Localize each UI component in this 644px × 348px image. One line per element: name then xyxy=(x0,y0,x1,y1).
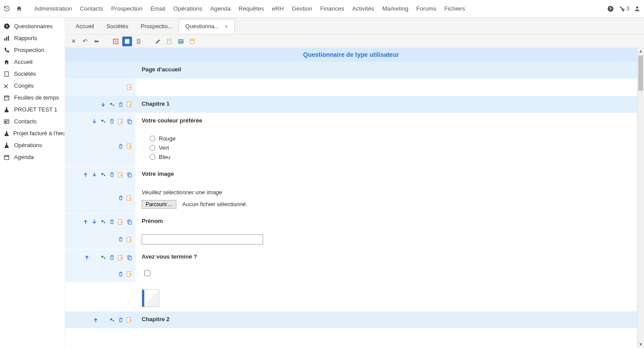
menu-forums[interactable]: Forums xyxy=(413,4,440,14)
edit-icon[interactable] xyxy=(117,171,124,178)
trash-icon[interactable] xyxy=(108,218,115,226)
svg-rect-58 xyxy=(128,257,131,260)
edit-icon[interactable] xyxy=(117,118,124,125)
help-icon[interactable]: ? xyxy=(607,5,614,12)
sidebar-item-feuilles[interactable]: Feuilles de temps xyxy=(0,92,65,104)
delete-icon[interactable]: ✕ xyxy=(69,37,78,46)
menu-email[interactable]: Email xyxy=(147,4,169,14)
copy-icon[interactable] xyxy=(126,118,133,125)
arrow-up-icon[interactable] xyxy=(83,254,90,261)
insert-icon[interactable] xyxy=(108,316,115,323)
done-checkbox[interactable] xyxy=(144,270,150,276)
user-icon[interactable] xyxy=(634,5,640,12)
form-icon[interactable] xyxy=(187,37,197,46)
section-label: Page d'accueil xyxy=(135,62,637,78)
sidebar-item-agenda[interactable]: Agenda xyxy=(0,151,65,163)
arrow-up-icon[interactable] xyxy=(82,171,89,178)
menu-fichiers[interactable]: Fichiers xyxy=(441,4,468,14)
insert-icon[interactable] xyxy=(108,101,115,108)
arrow-down-icon[interactable] xyxy=(91,118,98,125)
wrench-icon[interactable]: 3 xyxy=(618,5,629,12)
scroll-thumb[interactable] xyxy=(638,56,643,91)
edit-icon[interactable] xyxy=(126,270,133,278)
sidebar-item-societes[interactable]: Sociétés xyxy=(0,68,65,80)
sidebar-item-questionnaires[interactable]: ? Questionnaires xyxy=(0,20,65,32)
tab-questionnaire[interactable]: Questionna... ✕ xyxy=(179,19,235,33)
menu-gestion[interactable]: Gestion xyxy=(288,4,316,14)
tab-accueil[interactable]: Accueil xyxy=(70,19,100,33)
trash-icon[interactable] xyxy=(108,118,115,125)
menu-prospection[interactable]: Prospection xyxy=(108,4,146,14)
insert-icon[interactable] xyxy=(99,218,106,226)
arrow-up-icon[interactable] xyxy=(82,218,89,226)
edit-icon[interactable] xyxy=(126,101,133,108)
sidebar-item-projet1[interactable]: PROJET TEST 1 xyxy=(0,104,65,115)
scroll-down-icon[interactable]: ▼ xyxy=(637,341,644,348)
edit-icon[interactable] xyxy=(126,236,133,243)
menu-contacts[interactable]: Contacts xyxy=(77,4,107,14)
menu-finances[interactable]: Finances xyxy=(317,4,348,14)
undo-icon[interactable]: ↶ xyxy=(80,37,90,46)
sidebar-item-operations[interactable]: Opérations xyxy=(0,139,65,151)
trash-icon[interactable] xyxy=(108,171,115,178)
pencil-icon[interactable] xyxy=(153,37,163,46)
copy-icon[interactable] xyxy=(126,254,133,261)
menu-marketing[interactable]: Marketing xyxy=(379,4,412,14)
sidebar-item-rapports[interactable]: Rapports xyxy=(0,32,65,44)
svg-rect-30 xyxy=(125,39,130,44)
home-icon[interactable] xyxy=(16,5,28,12)
menu-administration[interactable]: Administration xyxy=(31,4,76,14)
radio-vert[interactable] xyxy=(150,145,155,151)
radio-bleu[interactable] xyxy=(150,154,155,160)
arrow-down-icon[interactable] xyxy=(91,171,98,178)
insert-icon[interactable] xyxy=(99,118,106,125)
insert-icon[interactable] xyxy=(99,171,106,178)
sidebar-item-contacts[interactable]: Contacts xyxy=(0,115,65,127)
arrow-up-icon[interactable] xyxy=(92,316,99,323)
copy-icon[interactable] xyxy=(126,218,133,226)
page-icon[interactable] xyxy=(165,37,174,46)
trash-icon[interactable] xyxy=(117,195,124,202)
back-icon[interactable]: ⬅ xyxy=(91,37,101,46)
insert-icon[interactable] xyxy=(99,254,106,261)
sidebar-label: Opérations xyxy=(14,142,42,148)
close-icon[interactable]: ✕ xyxy=(224,24,228,29)
tab-prospection[interactable]: Prospectio... xyxy=(135,19,179,33)
svg-rect-56 xyxy=(118,255,122,260)
browse-button[interactable]: Parcourir… xyxy=(142,200,176,209)
edit-icon[interactable] xyxy=(126,84,133,91)
menu-activites[interactable]: Activités xyxy=(349,4,378,14)
sidebar-item-projet-facture[interactable]: Projet facturé à l'heu xyxy=(0,127,65,139)
edit-icon[interactable] xyxy=(117,218,124,226)
edit-icon[interactable] xyxy=(126,195,133,202)
trash-icon[interactable] xyxy=(117,270,124,278)
trash-icon[interactable] xyxy=(117,316,124,323)
edit-icon[interactable] xyxy=(117,254,124,261)
menu-agenda[interactable]: Agenda xyxy=(207,4,234,14)
trash-icon[interactable] xyxy=(117,143,124,150)
firstname-input[interactable] xyxy=(142,234,263,244)
arrow-down-icon[interactable] xyxy=(99,101,106,108)
copy-icon[interactable] xyxy=(126,171,133,178)
tool-icon-3[interactable] xyxy=(134,37,143,46)
menu-operations[interactable]: Opérations xyxy=(170,4,206,14)
image-icon[interactable] xyxy=(176,37,186,46)
vertical-scrollbar[interactable]: ▲ ▼ xyxy=(637,48,644,348)
trash-icon[interactable] xyxy=(117,236,124,243)
edit-icon[interactable] xyxy=(126,143,133,150)
history-icon[interactable] xyxy=(4,5,16,12)
radio-rouge[interactable] xyxy=(150,136,155,141)
sidebar-item-conges[interactable]: Congés xyxy=(0,80,65,92)
trash-icon[interactable] xyxy=(117,101,124,108)
tool-icon-1[interactable] xyxy=(111,37,121,46)
menu-requetes[interactable]: Requêtes xyxy=(235,4,267,14)
sidebar-item-accueil[interactable]: Accueil xyxy=(0,56,65,68)
menu-erh[interactable]: eRH xyxy=(268,4,287,14)
tab-societes[interactable]: Sociétés xyxy=(100,19,135,33)
edit-icon[interactable] xyxy=(126,316,133,323)
trash-icon[interactable] xyxy=(108,254,115,261)
scroll-up-icon[interactable]: ▲ xyxy=(637,48,644,55)
arrow-down-icon[interactable] xyxy=(91,218,98,226)
tool-icon-2[interactable] xyxy=(122,37,132,46)
sidebar-item-prospection[interactable]: Prospection xyxy=(0,44,65,56)
